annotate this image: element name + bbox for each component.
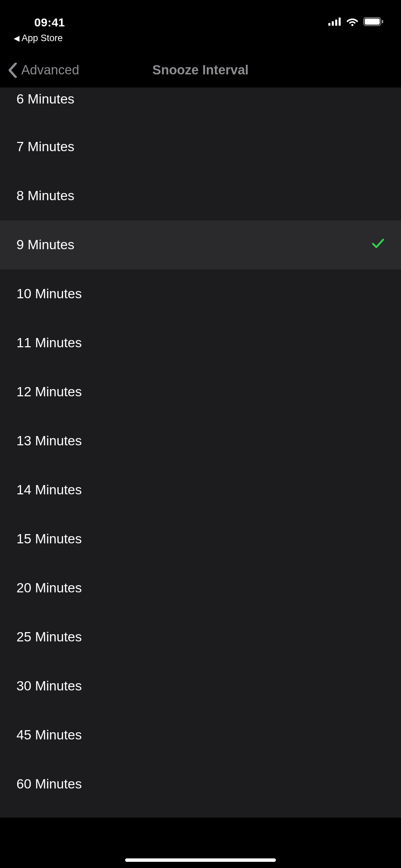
snooze-option-row[interactable]: 11 Minutes xyxy=(0,318,401,367)
battery-icon xyxy=(363,17,384,27)
snooze-option-row[interactable]: 60 Minutes xyxy=(0,760,401,809)
snooze-option-row[interactable]: 13 Minutes xyxy=(0,417,401,466)
snooze-option-label: 9 Minutes xyxy=(16,237,74,252)
snooze-option-label: 10 Minutes xyxy=(16,286,82,301)
svg-rect-1 xyxy=(332,21,334,26)
checkmark-icon xyxy=(372,237,385,252)
snooze-option-row[interactable]: 6 Minutes xyxy=(0,87,401,122)
status-indicators xyxy=(328,17,384,27)
back-triangle-icon: ◀ xyxy=(14,34,20,43)
snooze-option-label: 45 Minutes xyxy=(16,727,82,743)
nav-bar: Advanced Snooze Interval xyxy=(0,53,401,87)
snooze-option-row[interactable]: 20 Minutes xyxy=(0,564,401,613)
snooze-option-row[interactable]: 30 Minutes xyxy=(0,662,401,711)
page-title: Snooze Interval xyxy=(153,63,249,77)
snooze-option-row[interactable]: 9 Minutes xyxy=(0,220,401,269)
status-time: 09:41 xyxy=(34,16,65,29)
breadcrumb-label: App Store xyxy=(22,33,63,44)
status-bar: 09:41 xyxy=(0,0,401,34)
snooze-option-row[interactable]: 8 Minutes xyxy=(0,171,401,220)
snooze-option-label: 14 Minutes xyxy=(16,482,82,497)
svg-rect-7 xyxy=(382,20,383,23)
snooze-option-label: 7 Minutes xyxy=(16,139,74,154)
cellular-icon xyxy=(328,17,341,27)
snooze-option-label: 60 Minutes xyxy=(16,776,82,792)
wifi-icon xyxy=(346,17,359,27)
chevron-left-icon xyxy=(8,63,18,78)
snooze-option-label: 25 Minutes xyxy=(16,629,82,644)
svg-point-4 xyxy=(351,24,353,26)
snooze-option-label: 30 Minutes xyxy=(16,678,82,694)
svg-rect-3 xyxy=(339,17,341,26)
snooze-option-label: 20 Minutes xyxy=(16,580,82,595)
snooze-interval-list: 6 Minutes7 Minutes8 Minutes9 Minutes10 M… xyxy=(0,87,401,818)
snooze-option-row[interactable]: 10 Minutes xyxy=(0,269,401,318)
home-indicator[interactable] xyxy=(125,858,276,862)
snooze-option-label: 15 Minutes xyxy=(16,531,82,546)
svg-rect-6 xyxy=(365,19,380,25)
snooze-option-label: 8 Minutes xyxy=(16,188,74,203)
snooze-option-label: 6 Minutes xyxy=(16,92,74,107)
snooze-option-row[interactable]: 25 Minutes xyxy=(0,613,401,662)
snooze-option-row[interactable]: 12 Minutes xyxy=(0,367,401,417)
snooze-option-label: 11 Minutes xyxy=(16,335,82,350)
back-button[interactable]: Advanced xyxy=(0,63,79,78)
snooze-option-label: 12 Minutes xyxy=(16,384,82,399)
snooze-option-label: 13 Minutes xyxy=(16,433,82,448)
svg-rect-0 xyxy=(328,23,330,26)
snooze-option-row[interactable]: 14 Minutes xyxy=(0,466,401,515)
svg-rect-2 xyxy=(335,20,337,26)
return-to-app-store[interactable]: ◀ App Store xyxy=(0,33,401,44)
back-label: Advanced xyxy=(21,63,79,77)
snooze-option-row[interactable]: 7 Minutes xyxy=(0,122,401,171)
bottom-bar xyxy=(0,840,401,868)
snooze-option-row[interactable]: 15 Minutes xyxy=(0,515,401,564)
snooze-option-row[interactable]: 45 Minutes xyxy=(0,711,401,760)
